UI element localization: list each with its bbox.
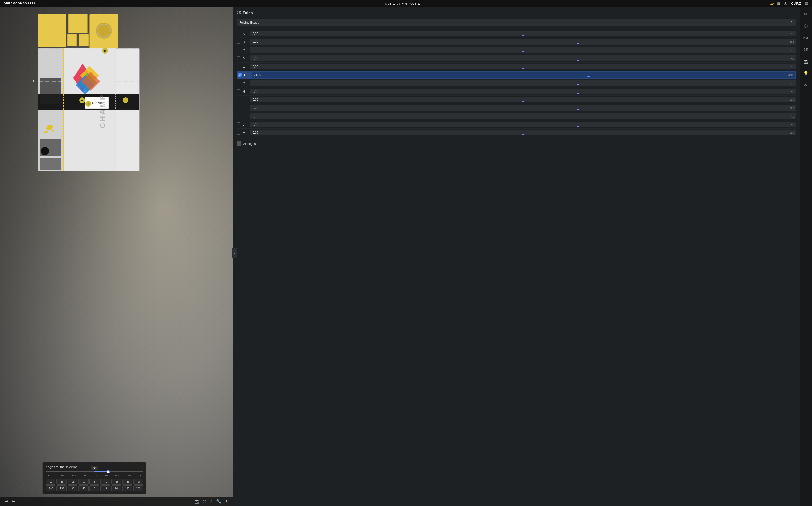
fold-slider-F[interactable]: 71,00deg	[252, 72, 406, 78]
svg-rect-6	[79, 34, 88, 46]
fold-row-H[interactable]: H0,00deg	[237, 87, 406, 96]
fold-checkbox-H[interactable]	[237, 89, 240, 93]
fold-row-E[interactable]: E0,00deg	[237, 63, 406, 71]
svg-rect-5	[67, 34, 77, 46]
header: DREAMCOMPOSER® KURZ CHAMPAGNE 🌙 ▦ ⓘ KURZ…	[0, 0, 406, 7]
fold-row-B[interactable]: B0,00deg	[237, 38, 406, 46]
fold-value-K: 0,00	[253, 114, 258, 118]
fold-checkbox-L[interactable]	[237, 122, 240, 126]
panel-title: Folds	[243, 11, 253, 15]
fold-checkbox-I[interactable]	[237, 98, 240, 101]
fold-value-C: 0,00	[253, 49, 258, 52]
fold-checkbox-G[interactable]	[237, 81, 240, 85]
fold-slider-B[interactable]: 0,00deg	[250, 39, 406, 45]
fold-slider-L[interactable]: 0,00deg	[250, 121, 406, 127]
fold-label-C: C	[243, 49, 248, 52]
svg-point-38	[52, 130, 55, 132]
fold-input-C[interactable]: 0,00deg	[250, 47, 406, 53]
fold-slider-H[interactable]: 0,00deg	[250, 88, 406, 94]
fold-slider-J[interactable]: 0,00deg	[250, 105, 406, 111]
svg-text:E: E	[125, 99, 126, 102]
fold-value-I: 0,00	[253, 98, 258, 101]
fold-checkbox-F[interactable]: ✓	[238, 73, 242, 77]
fold-row-J[interactable]: J0,00deg	[237, 104, 406, 112]
svg-rect-32	[40, 78, 61, 104]
fold-label-L: L	[243, 123, 248, 126]
fold-label-H: H	[243, 90, 248, 93]
fold-input-M[interactable]: 0,00deg	[250, 130, 406, 136]
fold-checkbox-M[interactable]	[237, 131, 240, 135]
fold-input-H[interactable]: 0,00deg	[250, 88, 406, 94]
folding-edges-bar[interactable]: Folding Edges ↻	[237, 19, 406, 26]
right-panel: 🗺 Folds Folding Edges ↻ A0,00degB0,00deg…	[233, 7, 406, 253]
fold-input-F[interactable]: 71,00deg	[252, 72, 406, 78]
fold-row-L[interactable]: L0,00deg	[237, 120, 406, 129]
fold-checkbox-A[interactable]	[237, 31, 240, 35]
all-edges-icon: —	[237, 141, 241, 146]
fold-input-J[interactable]: 0,00deg	[250, 105, 406, 111]
folds-map-icon: 🗺	[237, 10, 241, 15]
fold-checkbox-E[interactable]	[237, 65, 240, 69]
fold-value-A: 0,00	[253, 32, 258, 35]
fold-checkbox-K[interactable]	[237, 114, 240, 118]
svg-rect-0	[38, 14, 66, 47]
fold-row-G[interactable]: G0,00deg	[237, 79, 406, 87]
fold-label-J: J	[243, 106, 248, 110]
fold-label-G: G	[243, 81, 248, 85]
fold-row-K[interactable]: K0,00deg	[237, 112, 406, 120]
fold-slider-M[interactable]: 0,00deg	[250, 130, 406, 136]
fold-slider-K[interactable]: 0,00deg	[250, 113, 406, 119]
fold-input-L[interactable]: 0,00deg	[250, 121, 406, 127]
fold-value-D: 0,00	[253, 57, 258, 60]
fold-input-B[interactable]: 0,00deg	[250, 39, 406, 45]
fold-row-M[interactable]: M0,00deg	[237, 129, 406, 137]
fold-label-A: A	[243, 32, 248, 35]
fold-label-I: I	[243, 98, 248, 101]
fold-input-G[interactable]: 0,00deg	[250, 80, 406, 86]
fold-value-B: 0,00	[253, 40, 258, 44]
fold-slider-I[interactable]: 0,00deg	[250, 97, 406, 102]
fold-row-F[interactable]: ✓F71,00deg	[237, 71, 406, 79]
fold-slider-A[interactable]: 0,00deg	[250, 31, 406, 36]
fold-row-D[interactable]: D0,00deg	[237, 54, 406, 63]
fold-input-A[interactable]: 0,00deg	[250, 31, 406, 36]
panel-header: 🗺 Folds	[237, 10, 406, 15]
fold-label-E: E	[243, 65, 248, 69]
fold-row-A[interactable]: A0,00deg	[237, 29, 406, 38]
fold-row-I[interactable]: I0,00deg	[237, 96, 406, 104]
fold-checkbox-D[interactable]	[237, 57, 240, 60]
fold-label-M: M	[243, 131, 248, 135]
svg-rect-34	[40, 158, 61, 170]
app-logo: DREAMCOMPOSER®	[4, 2, 36, 5]
fold-input-E[interactable]: 0,00deg	[250, 64, 406, 69]
svg-text:CHAMP: CHAMP	[98, 93, 107, 128]
fold-checkbox-B[interactable]	[237, 40, 240, 44]
fold-label-D: D	[243, 57, 248, 60]
fold-slider-G[interactable]: 0,00deg	[250, 80, 406, 86]
all-edges-label: All edges	[243, 142, 256, 146]
fold-value-L: 0,00	[253, 123, 258, 126]
fold-slider-D[interactable]: 0,00deg	[250, 56, 406, 61]
fold-input-I[interactable]: 0,00deg	[250, 97, 406, 102]
svg-point-35	[40, 147, 49, 155]
fold-value-G: 0,00	[253, 81, 258, 85]
all-edges-row[interactable]: — All edges	[237, 140, 406, 147]
fold-input-D[interactable]: 0,00deg	[250, 56, 406, 61]
fold-checkbox-C[interactable]	[237, 48, 240, 52]
fold-checkbox-J[interactable]	[237, 106, 240, 110]
svg-text:G: G	[104, 50, 106, 53]
fold-value-E: 0,00	[253, 65, 258, 68]
3d-box-view: BRAND CHAMPAGNE CHAMP G H E F	[24, 12, 153, 189]
fold-slider-E[interactable]: 0,00deg	[250, 64, 406, 69]
fold-label-B: B	[243, 40, 248, 44]
fold-value-F: 71,00	[254, 73, 261, 76]
viewport[interactable]: BRAND CHAMPAGNE CHAMP G H E F	[0, 7, 233, 253]
fold-row-C[interactable]: C0,00deg	[237, 46, 406, 54]
panel-collapse-button[interactable]: ›	[232, 248, 237, 253]
fold-rows-container: A0,00degB0,00degC0,00degD0,00degE0,00deg…	[237, 29, 406, 137]
fold-value-J: 0,00	[253, 106, 258, 109]
fold-label-F: F	[244, 73, 250, 77]
svg-text:F: F	[88, 103, 89, 105]
fold-slider-C[interactable]: 0,00deg	[250, 47, 406, 53]
fold-input-K[interactable]: 0,00deg	[250, 113, 406, 119]
